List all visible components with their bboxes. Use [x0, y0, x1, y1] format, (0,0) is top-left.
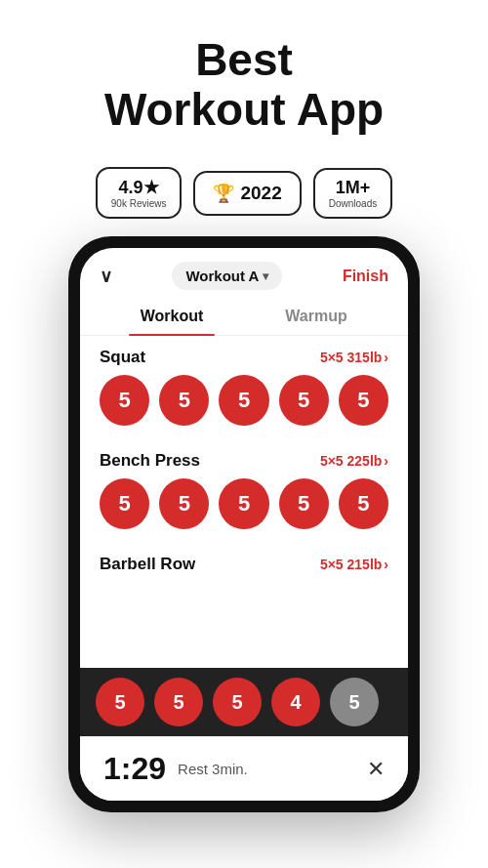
- chevron-right-icon: ›: [384, 453, 388, 469]
- exercise-bench-header: Bench Press 5×5 225lb ›: [100, 451, 388, 471]
- bench-set-2[interactable]: 5: [159, 478, 209, 529]
- header-section: Best Workout App: [0, 0, 488, 153]
- rest-label: Rest 3min.: [178, 761, 248, 777]
- squat-sets-row: 5 5 5 5 5: [100, 375, 388, 435]
- workout-selector[interactable]: Workout A ▾: [172, 262, 282, 290]
- timer-value: 1:29: [103, 751, 166, 787]
- squat-set-5[interactable]: 5: [339, 375, 388, 426]
- tab-warmup[interactable]: Warmup: [244, 298, 388, 335]
- bench-set-1[interactable]: 5: [100, 478, 149, 529]
- tab-workout[interactable]: Workout: [100, 298, 244, 335]
- bottom-set-5[interactable]: 5: [330, 678, 379, 726]
- rest-timer: 1:29 Rest 3min. ✕: [80, 736, 408, 801]
- phone-screen: ∨ Workout A ▾ Finish Workout Warmup Squa…: [80, 248, 408, 801]
- chevron-right-icon: ›: [384, 557, 388, 572]
- exercise-bench-press: Bench Press 5×5 225lb › 5 5 5 5 5: [80, 439, 408, 543]
- downloads-count: 1M+: [336, 178, 371, 198]
- selector-arrow-icon: ▾: [263, 269, 268, 283]
- bottom-set-2[interactable]: 5: [154, 678, 203, 726]
- timer-left: 1:29 Rest 3min.: [103, 751, 248, 787]
- award-year: 2022: [240, 183, 281, 204]
- bottom-set-1[interactable]: 5: [96, 678, 144, 726]
- screen-topbar: ∨ Workout A ▾ Finish: [80, 248, 408, 298]
- close-timer-button[interactable]: ✕: [367, 757, 385, 782]
- chevron-down-icon[interactable]: ∨: [100, 266, 112, 287]
- workout-selector-label: Workout A: [185, 268, 259, 284]
- finish-button[interactable]: Finish: [343, 268, 388, 285]
- badges-row: 4.9★ 90k Reviews 🏆 2022 1M+ Downloads: [96, 167, 392, 219]
- award-badge: 🏆 2022: [193, 171, 301, 216]
- exercise-list: Squat 5×5 315lb › 5 5 5 5 5 Bench P: [80, 336, 408, 668]
- bench-set-4[interactable]: 5: [279, 478, 329, 529]
- squat-set-2[interactable]: 5: [159, 375, 209, 426]
- rating-score: 4.9★: [119, 177, 159, 198]
- squat-set-4[interactable]: 5: [279, 375, 329, 426]
- exercise-barbell-header: Barbell Row 5×5 215lb ›: [100, 555, 388, 574]
- phone-mockup: ∨ Workout A ▾ Finish Workout Warmup Squa…: [68, 236, 420, 812]
- trophy-icon: 🏆: [213, 183, 234, 204]
- chevron-right-icon: ›: [384, 350, 388, 365]
- exercise-squat-header: Squat 5×5 315lb ›: [100, 348, 388, 367]
- bottom-bar: 5 5 5 4 5: [80, 668, 408, 736]
- bottom-set-3[interactable]: 5: [213, 678, 262, 726]
- bench-sets-row: 5 5 5 5 5: [100, 478, 388, 539]
- exercise-bench-sets: 5×5 225lb ›: [320, 453, 388, 469]
- exercise-bench-name: Bench Press: [100, 451, 200, 471]
- bottom-set-4[interactable]: 4: [271, 678, 320, 726]
- main-title: Best Workout App: [29, 35, 459, 134]
- exercise-squat-sets: 5×5 315lb ›: [320, 350, 388, 365]
- exercise-barbell-sets: 5×5 215lb ›: [320, 557, 388, 572]
- downloads-badge: 1M+ Downloads: [313, 168, 392, 219]
- rating-sub: 90k Reviews: [111, 198, 167, 209]
- squat-set-3[interactable]: 5: [219, 375, 268, 426]
- squat-set-1[interactable]: 5: [100, 375, 149, 426]
- downloads-sub: Downloads: [329, 198, 377, 209]
- tabs-bar: Workout Warmup: [80, 298, 408, 336]
- rating-badge: 4.9★ 90k Reviews: [96, 167, 183, 219]
- exercise-barbell-name: Barbell Row: [100, 555, 195, 574]
- bench-set-5[interactable]: 5: [339, 478, 388, 529]
- exercise-squat-name: Squat: [100, 348, 145, 367]
- exercise-barbell-row: Barbell Row 5×5 215lb ›: [80, 543, 408, 586]
- bench-set-3[interactable]: 5: [219, 478, 268, 529]
- exercise-squat: Squat 5×5 315lb › 5 5 5 5 5: [80, 336, 408, 439]
